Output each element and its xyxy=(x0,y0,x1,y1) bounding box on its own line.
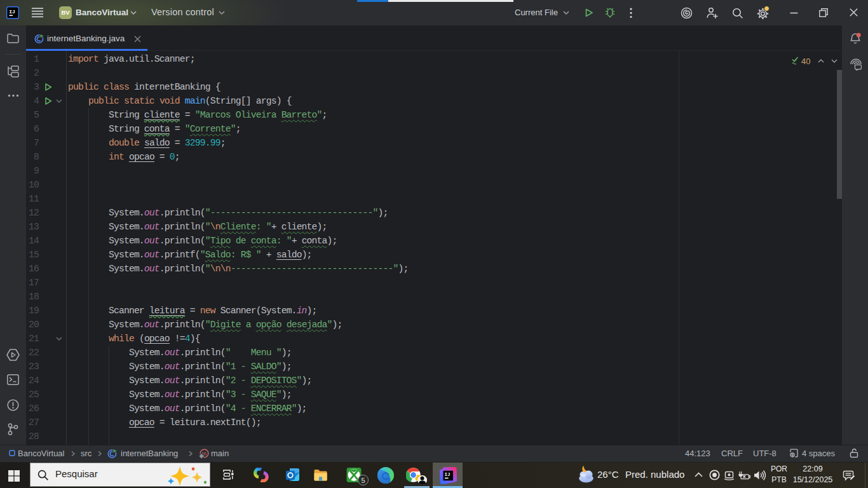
svg-text:IJ: IJ xyxy=(445,472,451,477)
svg-text:IJ: IJ xyxy=(9,9,15,15)
